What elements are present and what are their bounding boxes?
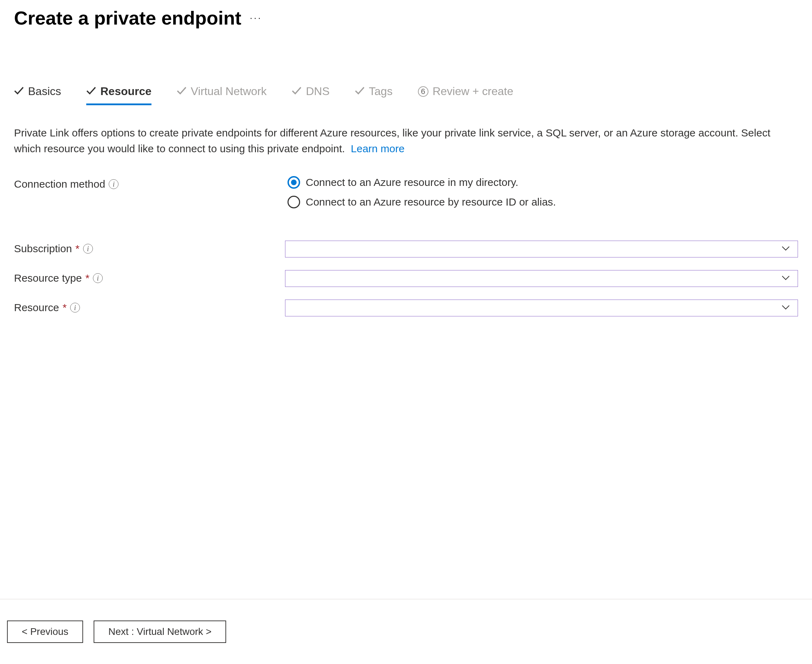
resource-type-label: Resource type * i	[14, 270, 285, 284]
previous-button[interactable]: < Previous	[7, 620, 83, 643]
check-icon	[14, 85, 24, 98]
radio-connect-resource-id[interactable]: Connect to an Azure resource by resource…	[287, 196, 556, 208]
tab-dns[interactable]: DNS	[292, 85, 330, 105]
tab-review-create[interactable]: 6 Review + create	[418, 85, 513, 105]
chevron-down-icon	[781, 305, 790, 311]
tab-resource[interactable]: Resource	[86, 85, 151, 105]
more-options-icon[interactable]: ···	[250, 12, 262, 23]
connection-method-radio-group: Connect to an Azure resource in my direc…	[287, 176, 556, 208]
tab-label: Review + create	[433, 85, 513, 98]
info-icon[interactable]: i	[109, 179, 119, 189]
check-icon	[177, 85, 187, 98]
next-button[interactable]: Next : Virtual Network >	[94, 620, 226, 643]
info-icon[interactable]: i	[83, 244, 93, 254]
learn-more-link[interactable]: Learn more	[351, 143, 404, 155]
resource-type-dropdown[interactable]	[285, 270, 798, 287]
connection-method-label: Connection method i	[14, 176, 287, 190]
tab-label: DNS	[306, 85, 330, 98]
tab-label: Tags	[369, 85, 393, 98]
subscription-label: Subscription * i	[14, 241, 285, 255]
radio-label: Connect to an Azure resource in my direc…	[306, 176, 518, 188]
required-indicator: *	[85, 272, 89, 284]
tab-description: Private Link offers options to create pr…	[14, 125, 798, 156]
required-indicator: *	[62, 302, 67, 314]
page-title: Create a private endpoint	[14, 7, 241, 29]
info-icon[interactable]: i	[70, 303, 80, 312]
chevron-down-icon	[781, 246, 790, 252]
info-icon[interactable]: i	[93, 273, 103, 283]
wizard-footer: < Previous Next : Virtual Network >	[0, 599, 812, 664]
tab-virtual-network[interactable]: Virtual Network	[177, 85, 266, 105]
step-number-icon: 6	[418, 86, 429, 97]
check-icon	[86, 85, 96, 98]
radio-label: Connect to an Azure resource by resource…	[306, 196, 556, 208]
tab-tags[interactable]: Tags	[355, 85, 393, 105]
chevron-down-icon	[781, 275, 790, 282]
check-icon	[292, 85, 302, 98]
radio-button-icon	[287, 196, 300, 208]
required-indicator: *	[75, 243, 80, 255]
resource-dropdown[interactable]	[285, 299, 798, 316]
tab-label: Resource	[100, 85, 151, 98]
tab-label: Virtual Network	[191, 85, 266, 98]
resource-label: Resource * i	[14, 299, 285, 314]
check-icon	[355, 85, 365, 98]
subscription-dropdown[interactable]	[285, 241, 798, 257]
radio-connect-directory[interactable]: Connect to an Azure resource in my direc…	[287, 176, 556, 189]
tab-label: Basics	[28, 85, 61, 98]
wizard-tabs: Basics Resource Virtual Network DNS Tags…	[14, 85, 798, 105]
tab-basics[interactable]: Basics	[14, 85, 61, 105]
radio-button-icon	[287, 176, 300, 189]
